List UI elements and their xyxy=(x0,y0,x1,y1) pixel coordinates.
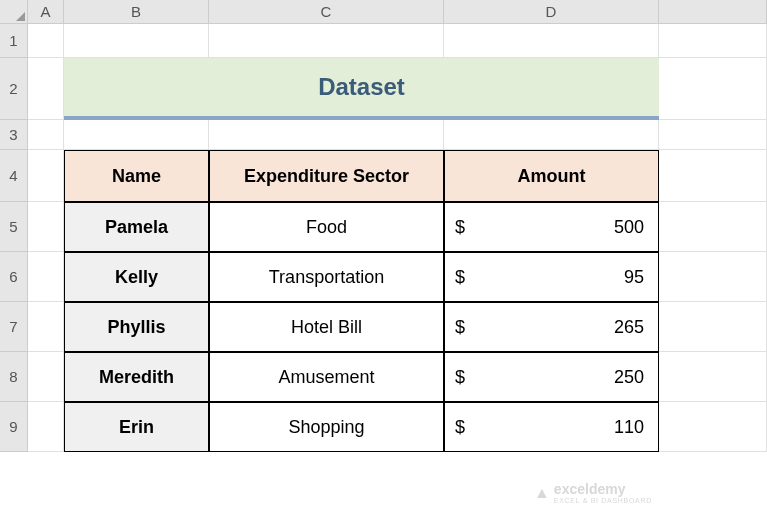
amount-2[interactable]: $ 265 xyxy=(444,302,659,352)
cell-a9[interactable] xyxy=(28,402,64,452)
amount-4[interactable]: $ 110 xyxy=(444,402,659,452)
cell-a8[interactable] xyxy=(28,352,64,402)
row-header-9[interactable]: 9 xyxy=(0,402,28,452)
name-2[interactable]: Phyllis xyxy=(64,302,209,352)
row-header-4[interactable]: 4 xyxy=(0,150,28,202)
cell-c3[interactable] xyxy=(209,120,444,150)
sector-1[interactable]: Transportation xyxy=(209,252,444,302)
header-amount[interactable]: Amount xyxy=(444,150,659,202)
cell-e7[interactable] xyxy=(659,302,767,352)
col-header-b[interactable]: B xyxy=(64,0,209,24)
cell-e6[interactable] xyxy=(659,252,767,302)
currency-symbol: $ xyxy=(455,367,465,388)
select-all-corner[interactable] xyxy=(0,0,28,24)
spreadsheet-grid: A B C D 1 2 Dataset 3 4 Name Expenditure… xyxy=(0,0,767,452)
name-3[interactable]: Meredith xyxy=(64,352,209,402)
cell-c1[interactable] xyxy=(209,24,444,58)
cell-e5[interactable] xyxy=(659,202,767,252)
col-header-a[interactable]: A xyxy=(28,0,64,24)
cell-a3[interactable] xyxy=(28,120,64,150)
amount-value: 110 xyxy=(614,417,644,438)
cell-e3[interactable] xyxy=(659,120,767,150)
amount-0[interactable]: $ 500 xyxy=(444,202,659,252)
sector-2[interactable]: Hotel Bill xyxy=(209,302,444,352)
cell-b3[interactable] xyxy=(64,120,209,150)
cell-b1[interactable] xyxy=(64,24,209,58)
row-header-7[interactable]: 7 xyxy=(0,302,28,352)
name-1[interactable]: Kelly xyxy=(64,252,209,302)
row-header-1[interactable]: 1 xyxy=(0,24,28,58)
dataset-title[interactable]: Dataset xyxy=(64,58,659,120)
sector-3[interactable]: Amusement xyxy=(209,352,444,402)
cell-d3[interactable] xyxy=(444,120,659,150)
watermark-brand: exceldemy xyxy=(554,481,626,497)
col-header-d[interactable]: D xyxy=(444,0,659,24)
name-0[interactable]: Pamela xyxy=(64,202,209,252)
cell-a5[interactable] xyxy=(28,202,64,252)
cell-a2[interactable] xyxy=(28,58,64,120)
currency-symbol: $ xyxy=(455,417,465,438)
cell-e1[interactable] xyxy=(659,24,767,58)
cell-a4[interactable] xyxy=(28,150,64,202)
cell-a6[interactable] xyxy=(28,252,64,302)
cell-a1[interactable] xyxy=(28,24,64,58)
currency-symbol: $ xyxy=(455,317,465,338)
amount-value: 500 xyxy=(614,217,644,238)
row-header-2[interactable]: 2 xyxy=(0,58,28,120)
chart-icon: ▲ xyxy=(534,484,550,502)
cell-a7[interactable] xyxy=(28,302,64,352)
row-header-8[interactable]: 8 xyxy=(0,352,28,402)
header-name[interactable]: Name xyxy=(64,150,209,202)
currency-symbol: $ xyxy=(455,267,465,288)
row-header-3[interactable]: 3 xyxy=(0,120,28,150)
header-sector[interactable]: Expenditure Sector xyxy=(209,150,444,202)
cell-d1[interactable] xyxy=(444,24,659,58)
amount-3[interactable]: $ 250 xyxy=(444,352,659,402)
col-header-extra[interactable] xyxy=(659,0,767,24)
cell-e8[interactable] xyxy=(659,352,767,402)
row-header-6[interactable]: 6 xyxy=(0,252,28,302)
cell-e4[interactable] xyxy=(659,150,767,202)
cell-e2[interactable] xyxy=(659,58,767,120)
col-header-c[interactable]: C xyxy=(209,0,444,24)
watermark: ▲ exceldemy EXCEL & BI DASHBOARD xyxy=(534,481,652,505)
name-4[interactable]: Erin xyxy=(64,402,209,452)
currency-symbol: $ xyxy=(455,217,465,238)
cell-e9[interactable] xyxy=(659,402,767,452)
sector-0[interactable]: Food xyxy=(209,202,444,252)
watermark-sub: EXCEL & BI DASHBOARD xyxy=(554,497,652,505)
amount-value: 265 xyxy=(614,317,644,338)
amount-value: 250 xyxy=(614,367,644,388)
sector-4[interactable]: Shopping xyxy=(209,402,444,452)
row-header-5[interactable]: 5 xyxy=(0,202,28,252)
amount-value: 95 xyxy=(624,267,644,288)
amount-1[interactable]: $ 95 xyxy=(444,252,659,302)
